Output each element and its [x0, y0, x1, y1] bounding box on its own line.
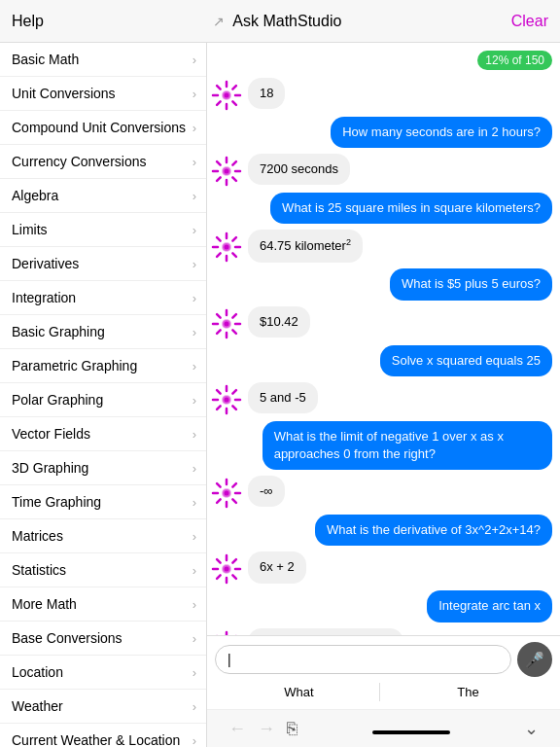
sidebar-item[interactable]: Currency Conversions›	[0, 145, 206, 179]
msg-row: What is the limit of negative 1 over x a…	[211, 421, 552, 470]
sidebar-item[interactable]: Vector Fields›	[0, 417, 206, 451]
svg-point-43	[225, 321, 229, 326]
chevron-right-icon: ›	[192, 121, 196, 135]
svg-line-8	[217, 86, 221, 89]
bot-message: 7200 seconds	[248, 154, 350, 185]
svg-line-68	[232, 559, 236, 563]
svg-line-17	[217, 178, 221, 182]
svg-line-59	[232, 499, 236, 503]
input-row: 🎤	[215, 642, 552, 677]
msg-row: Solve x squared equals 25	[211, 345, 552, 376]
sidebar-item[interactable]: Current Weather & Location›	[0, 724, 206, 747]
sidebar-item[interactable]: Derivatives›	[0, 247, 206, 281]
svg-line-2	[232, 86, 236, 89]
sidebar-item-label: Currency Conversions	[12, 154, 147, 169]
sidebar-item[interactable]: Unit Conversions›	[0, 77, 206, 111]
sidebar-item[interactable]: Time Graphing›	[0, 485, 206, 519]
sidebar-item[interactable]: Matrices›	[0, 519, 206, 553]
svg-point-32	[225, 245, 229, 250]
help-button[interactable]: Help	[12, 13, 44, 30]
svg-line-41	[217, 314, 221, 318]
sidebar-item[interactable]: Compound Unit Conversions›	[0, 111, 206, 145]
sidebar-item-label: Statistics	[12, 562, 66, 578]
svg-line-70	[232, 576, 236, 580]
msg-row: $10.42	[211, 306, 552, 339]
autocomplete-the[interactable]: The	[388, 683, 548, 701]
bot-avatar	[211, 384, 242, 415]
sidebar-item-label: Basic Graphing	[12, 324, 105, 339]
user-message: What is the limit of negative 1 over x a…	[262, 421, 552, 470]
clear-button[interactable]: Clear	[511, 13, 548, 30]
sidebar-item-label: Current Weather & Location	[12, 732, 180, 747]
svg-line-13	[232, 161, 236, 165]
chat-input[interactable]	[215, 645, 511, 674]
sidebar-item[interactable]: Limits›	[0, 213, 206, 247]
bot-avatar	[211, 478, 242, 509]
svg-line-46	[232, 390, 236, 394]
msg-row: 7200 seconds	[211, 154, 552, 187]
home-indicator	[372, 730, 450, 734]
sidebar-item[interactable]: Base Conversions›	[0, 622, 206, 656]
msg-row: What is the derivative of 3x^2+2x+14?	[211, 515, 552, 546]
expand-icon[interactable]: ↗	[213, 14, 225, 29]
sidebar-item-label: Base Conversions	[12, 630, 122, 646]
app-header: Help ↗ Ask MathStudio Clear	[0, 0, 560, 43]
svg-line-26	[232, 254, 236, 258]
sidebar-item-label: More Math	[12, 596, 77, 612]
bot-message: $10.42	[248, 306, 310, 338]
sidebar-item[interactable]: Basic Graphing›	[0, 315, 206, 349]
sidebar-item[interactable]: 3D Graphing›	[0, 451, 206, 485]
svg-point-10	[225, 93, 229, 98]
clipboard-button[interactable]: ⎘	[281, 717, 303, 741]
chevron-right-icon: ›	[192, 631, 196, 646]
msg-row: How many seconds are in 2 hours?	[211, 117, 552, 148]
sidebar-item[interactable]: Algebra›	[0, 179, 206, 213]
sidebar-item[interactable]: Parametric Graphing›	[0, 349, 206, 383]
chat-messages: 12% of 150	[207, 43, 560, 635]
bot-message: 64.75 kilometer2	[248, 230, 363, 263]
percent-row: 12% of 150	[211, 51, 552, 72]
sidebar-item[interactable]: Integration›	[0, 281, 206, 315]
chevron-right-icon: ›	[192, 495, 196, 510]
sidebar-item-label: Integration	[12, 290, 76, 305]
svg-line-63	[217, 483, 221, 487]
sidebar-item-label: Compound Unit Conversions	[12, 120, 186, 135]
svg-line-30	[217, 237, 221, 241]
autocomplete-what[interactable]: What	[219, 683, 380, 701]
svg-line-28	[217, 254, 221, 258]
msg-row: 5 and -5	[211, 382, 552, 415]
bot-message: −½ ln(x2 + 1) + xatan(x)	[248, 628, 403, 636]
bot-avatar	[211, 553, 242, 585]
sidebar: Basic Math›Unit Conversions›Compound Uni…	[0, 43, 207, 747]
chevron-right-icon: ›	[192, 325, 196, 339]
bot-avatar	[211, 80, 242, 111]
sidebar-item-label: Time Graphing	[12, 494, 101, 510]
bot-message: 18	[248, 78, 285, 109]
redo-button[interactable]: →	[252, 717, 281, 741]
user-message: What is $5 plus 5 euros?	[390, 268, 552, 300]
sidebar-item[interactable]: Weather›	[0, 690, 206, 724]
user-message: What is 25 square miles in square kilome…	[270, 193, 552, 224]
msg-row: 64.75 kilometer2	[211, 230, 552, 263]
svg-line-35	[232, 314, 236, 318]
sidebar-item-label: Matrices	[12, 528, 63, 544]
user-message: Integrate arc tan x	[427, 590, 552, 622]
sidebar-item[interactable]: Basic Math›	[0, 43, 206, 77]
mic-button[interactable]: 🎤	[517, 642, 552, 677]
sidebar-item[interactable]: Location›	[0, 656, 206, 690]
svg-line-15	[232, 178, 236, 182]
sidebar-item[interactable]: More Math›	[0, 587, 206, 622]
sidebar-item-label: Location	[12, 664, 63, 680]
sidebar-item-label: Limits	[12, 222, 48, 237]
keyboard-hide-button[interactable]: ⌄	[518, 716, 544, 741]
sidebar-item[interactable]: Statistics›	[0, 553, 206, 587]
chevron-right-icon: ›	[192, 461, 196, 476]
sidebar-item[interactable]: Polar Graphing›	[0, 383, 206, 417]
undo-button[interactable]: ←	[223, 717, 252, 741]
svg-line-39	[217, 330, 221, 334]
msg-row: -∞	[211, 476, 552, 509]
chevron-right-icon: ›	[192, 597, 196, 612]
sidebar-item-label: Polar Graphing	[12, 392, 103, 408]
chevron-right-icon: ›	[192, 223, 196, 237]
input-bar: 🎤 What The	[207, 635, 560, 709]
